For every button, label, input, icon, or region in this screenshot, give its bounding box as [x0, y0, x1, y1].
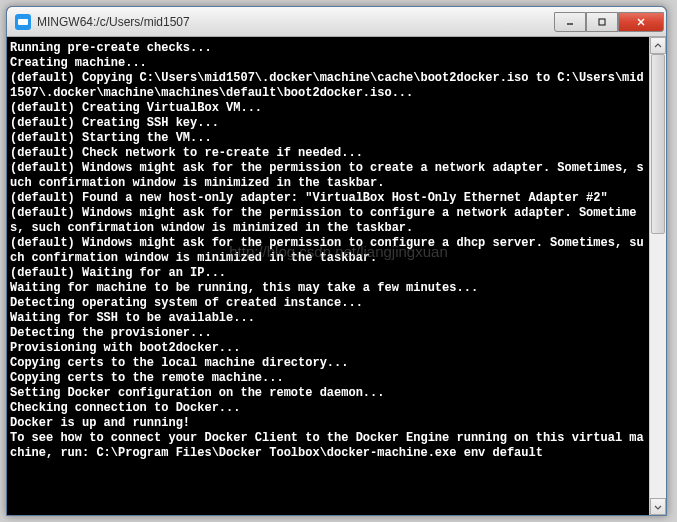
- chevron-down-icon: [654, 503, 662, 511]
- close-button[interactable]: [618, 12, 664, 32]
- minimize-button[interactable]: [554, 12, 586, 32]
- scroll-up-button[interactable]: [650, 37, 666, 54]
- titlebar[interactable]: MINGW64:/c/Users/mid1507: [7, 7, 666, 37]
- maximize-button[interactable]: [586, 12, 618, 32]
- scroll-thumb[interactable]: [651, 54, 665, 234]
- app-icon: [15, 14, 31, 30]
- svg-rect-1: [599, 19, 605, 25]
- scroll-track[interactable]: [650, 54, 666, 498]
- maximize-icon: [597, 17, 607, 27]
- window-title: MINGW64:/c/Users/mid1507: [37, 15, 554, 29]
- vertical-scrollbar[interactable]: [649, 37, 666, 515]
- close-icon: [636, 17, 646, 27]
- scroll-down-button[interactable]: [650, 498, 666, 515]
- terminal-area: Running pre-create checks... Creating ma…: [7, 37, 666, 515]
- terminal-window: MINGW64:/c/Users/mid1507 Running pre-cre…: [6, 6, 667, 516]
- chevron-up-icon: [654, 42, 662, 50]
- minimize-icon: [565, 17, 575, 27]
- terminal-output[interactable]: Running pre-create checks... Creating ma…: [7, 37, 649, 515]
- window-controls: [554, 12, 664, 32]
